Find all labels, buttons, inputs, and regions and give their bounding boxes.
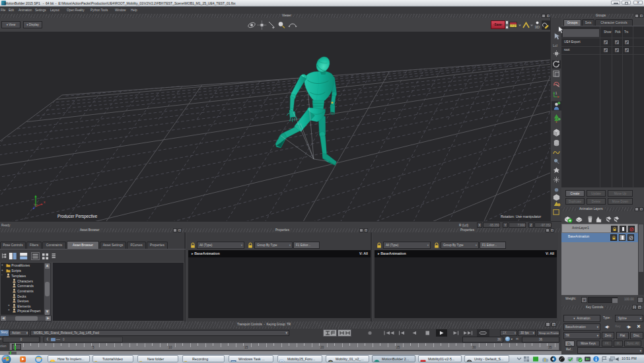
svg-text:x: x — [44, 200, 46, 204]
svg-text:3D: 3D — [535, 25, 540, 29]
svg-text:Lcl: Lcl — [553, 44, 557, 48]
svg-text:1: 1 — [555, 92, 557, 95]
